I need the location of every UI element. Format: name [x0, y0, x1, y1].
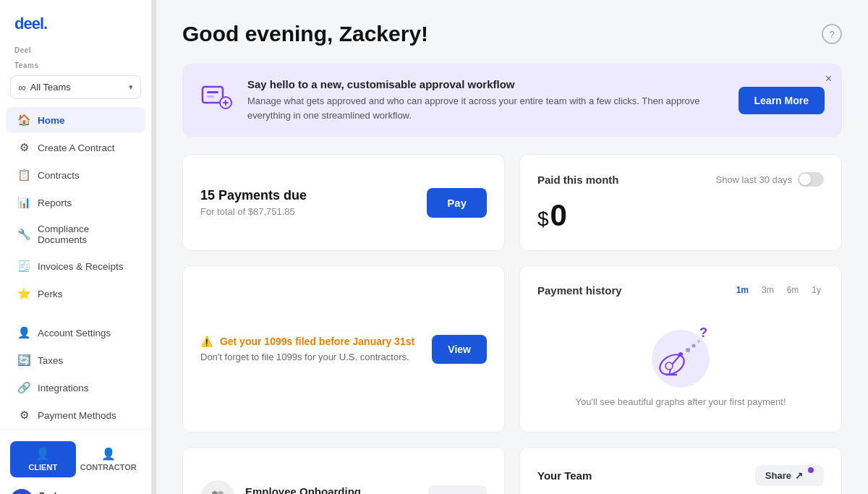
page-header: Good evening, Zackery! ?: [182, 22, 842, 46]
share-button[interactable]: Share ↗: [755, 465, 824, 486]
contractor-icon: 👤: [101, 447, 116, 461]
nav-taxes-label: Taxes: [38, 355, 63, 366]
teams-label: Teams: [0, 57, 151, 72]
approval-workflow-banner: Say hello to a new, customisable approva…: [182, 64, 842, 137]
paid-this-month-card: Paid this month Show last 30 days $0: [519, 154, 842, 251]
nav-compliance-label: Compliance Documents: [38, 223, 134, 245]
banner-icon: [200, 80, 234, 121]
nav-reports-label: Reports: [38, 197, 72, 208]
page-greeting: Good evening, Zackery!: [182, 22, 428, 46]
sidebar: deel. Deel Teams ∞ All Teams ▾ 🏠 Home ⚙ …: [0, 0, 152, 494]
banner-description: Manage what gets approved and who can ap…: [247, 94, 726, 122]
employee-onboarding-card: Employee Onboarding 6 of 6 onboarded Vie…: [182, 447, 505, 494]
your-team-card: Your Team Share ↗ 14 team members 🇺🇸 USA…: [519, 447, 842, 494]
onboarding-icon: [200, 480, 235, 495]
tab-contractor[interactable]: 👤 CONTRACTOR: [76, 441, 142, 477]
warning-content: ⚠️ Get your 1099s filed before January 3…: [200, 336, 414, 362]
nav-home-label: Home: [38, 115, 65, 126]
payment-history-empty: ? You'll see beautiful graphs after your…: [537, 308, 824, 414]
tab-client[interactable]: 👤 CLIENT: [10, 441, 76, 477]
view-button[interactable]: View: [432, 335, 487, 364]
payment-methods-icon: ⚙: [17, 409, 30, 422]
onboarding-info: Employee Onboarding 6 of 6 onboarded: [245, 485, 361, 495]
nav-payment-methods[interactable]: ⚙ Payment Methods: [6, 402, 145, 428]
nav-create-contract-label: Create A Contract: [38, 142, 115, 153]
pay-button[interactable]: Pay: [427, 188, 487, 218]
nav-integrations[interactable]: 🔗 Integrations: [6, 375, 145, 401]
team-card-header: Your Team Share ↗: [537, 465, 824, 486]
ph-tab-1y[interactable]: 1y: [809, 284, 824, 297]
nav-invoices-label: Invoices & Receipts: [38, 261, 124, 272]
svg-point-15: [218, 491, 224, 495]
contracts-icon: 📋: [17, 169, 30, 182]
close-icon[interactable]: ×: [825, 72, 832, 85]
help-icon: ?: [829, 29, 834, 40]
payment-history-tabs: 1m 3m 6m 1y: [733, 284, 824, 297]
home-icon: 🏠: [17, 114, 30, 127]
nav-payment-methods-label: Payment Methods: [38, 410, 116, 421]
ph-tab-6m[interactable]: 6m: [784, 284, 802, 297]
tax-warning-card: ⚠️ Get your 1099s filed before January 3…: [182, 265, 505, 433]
payments-subtitle: For total of $87,751.85: [200, 206, 307, 217]
app-logo: deel.: [0, 0, 151, 42]
sidebar-section-label: Deel: [0, 42, 151, 57]
cards-grid: 15 Payments due For total of $87,751.85 …: [182, 154, 842, 494]
show-last-toggle[interactable]: [798, 172, 824, 187]
ph-tab-3m[interactable]: 3m: [759, 284, 777, 297]
paid-currency: $: [537, 208, 549, 230]
share-label: Share: [765, 470, 791, 481]
infinity-icon: ∞: [18, 81, 26, 93]
share-icon: ↗: [795, 470, 803, 481]
logo-text: deel.: [14, 14, 47, 33]
payment-history-header: Payment history 1m 3m 6m 1y: [537, 284, 824, 297]
svg-point-10: [692, 344, 696, 348]
nav-taxes[interactable]: 🔄 Taxes: [6, 347, 145, 373]
teams-dropdown[interactable]: ∞ All Teams ▾: [10, 75, 141, 99]
payments-info: 15 Payments due For total of $87,751.85: [200, 188, 307, 217]
taxes-icon: 🔄: [17, 354, 30, 367]
svg-rect-2: [207, 95, 214, 98]
learn-more-button[interactable]: Learn More: [739, 87, 825, 114]
paid-title: Paid this month: [537, 174, 619, 186]
nav-home[interactable]: 🏠 Home: [6, 107, 145, 133]
banner-title: Say hello to a new, customisable approva…: [247, 78, 726, 90]
payment-history-title: Payment history: [537, 284, 622, 297]
nav-create-contract[interactable]: ⚙ Create A Contract: [6, 135, 145, 161]
nav-account-settings-label: Account Settings: [38, 328, 111, 338]
integrations-icon: 🔗: [17, 381, 30, 394]
toggle-knob: [799, 174, 811, 185]
perks-icon: ⭐: [17, 287, 30, 300]
nav-invoices-receipts[interactable]: 🧾 Invoices & Receipts: [6, 253, 145, 279]
paid-amount: $0: [537, 198, 824, 233]
nav-compliance-docs[interactable]: 🔧 Compliance Documents: [6, 217, 145, 252]
payment-history-illustration: ?: [644, 323, 717, 388]
nav-account-settings[interactable]: 👤 Account Settings: [6, 320, 145, 346]
warning-icon: ⚠️: [200, 336, 213, 347]
nav-perks[interactable]: ⭐ Perks: [6, 281, 145, 307]
paid-header: Paid this month Show last 30 days: [537, 172, 824, 187]
compliance-icon: 🔧: [17, 228, 30, 241]
payments-due-card: 15 Payments due For total of $87,751.85 …: [182, 154, 505, 251]
team-title: Your Team: [537, 469, 592, 482]
svg-text:?: ?: [699, 325, 707, 340]
client-contractor-tabs: 👤 CLIENT 👤 CONTRACTOR: [0, 435, 151, 483]
svg-point-6: [678, 352, 683, 357]
nav-contracts[interactable]: 📋 Good evening, Zackery! Contracts: [6, 162, 145, 188]
payment-history-empty-text: You'll see beautiful graphs after your f…: [575, 396, 786, 407]
nav-reports[interactable]: 📊 Reports: [6, 189, 145, 216]
show-last-label: Show last 30 days: [715, 174, 792, 185]
svg-rect-1: [207, 91, 218, 93]
tab-contractor-label: CONTRACTOR: [80, 463, 137, 472]
help-button[interactable]: ?: [822, 24, 842, 44]
ph-tab-1m[interactable]: 1m: [733, 284, 752, 297]
nav-perks-label: Perks: [38, 289, 63, 299]
warning-title: ⚠️ Get your 1099s filed before January 3…: [200, 336, 414, 347]
payment-history-card: Payment history 1m 3m 6m 1y: [519, 265, 842, 433]
warning-title-text: Get your 1099s filed before January 31st: [220, 336, 414, 347]
create-contract-icon: ⚙: [17, 141, 30, 154]
show-last-toggle-group: Show last 30 days: [715, 172, 824, 187]
warning-description: Don't forget to file 1099s for your U.S.…: [200, 352, 414, 362]
view-all-button[interactable]: View All: [428, 485, 487, 494]
invoices-icon: 🧾: [17, 260, 30, 273]
reports-icon: 📊: [17, 196, 30, 209]
